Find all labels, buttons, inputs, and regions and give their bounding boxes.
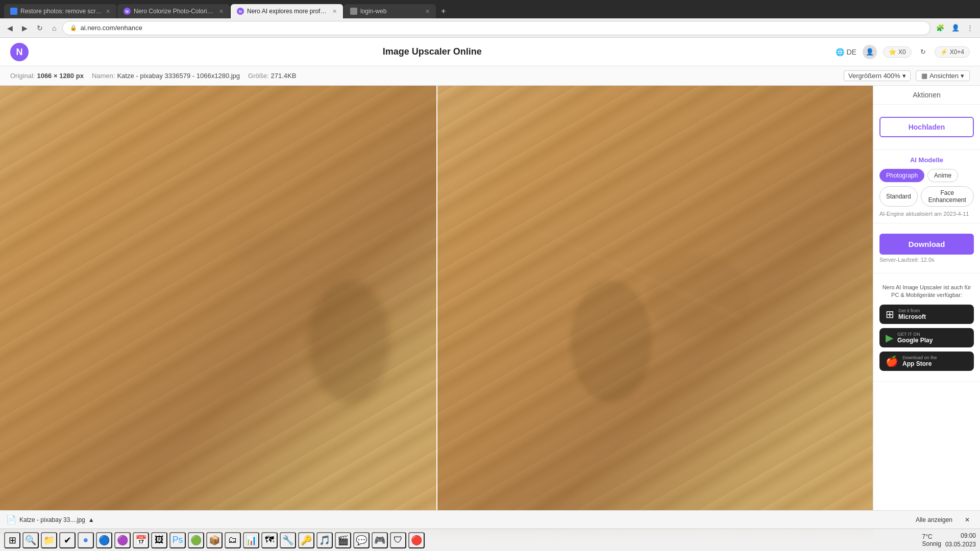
- anime-model-button[interactable]: Anime: [927, 169, 958, 182]
- microsoft-store-button[interactable]: ⊞ Get it from Microsoft: [879, 305, 974, 324]
- download-item-icon: 📄: [6, 515, 16, 524]
- svg-text:N: N: [16, 47, 23, 57]
- taskbar-right: 7°C Sonnig 09:00 03.05.2023: [922, 532, 976, 549]
- grid-icon: ▦: [921, 72, 927, 80]
- enhanced-image-svg: [436, 86, 873, 551]
- original-image-svg: [0, 86, 436, 551]
- microsoft-title: Microsoft: [898, 313, 926, 320]
- download-expand-icon: ▲: [88, 516, 94, 523]
- page-header: N Image Upscaler Online 🌐 DE 👤 ⭐ X0 ↻ ⚡ …: [0, 38, 980, 66]
- tab-4[interactable]: login-web ✕: [344, 4, 436, 18]
- taskbar-icon-13[interactable]: 🗂: [225, 532, 241, 548]
- model-buttons-row2: Standard Face Enhancement: [879, 186, 974, 207]
- taskbar-icon-21[interactable]: 🎮: [372, 532, 388, 548]
- weather-desc: Sonnig: [922, 540, 941, 547]
- checklist-button[interactable]: ✔: [59, 532, 76, 548]
- upload-button[interactable]: Hochladen: [879, 117, 974, 137]
- content-area: 😊 AI Photograph Ergebnis: 4264 × 5120 px…: [0, 86, 980, 551]
- taskbar-icon-19[interactable]: 🎬: [335, 532, 351, 548]
- zoom-select[interactable]: Vergrößern 400% ▾: [844, 70, 911, 81]
- download-bar: 📄 Katze - pixabay 33....jpg ▲ Alle anzei…: [0, 510, 980, 529]
- taskbar-icon-15[interactable]: 🗺: [261, 532, 278, 548]
- info-bar: Original: 1066 × 1280 px Namen: Katze - …: [0, 66, 980, 86]
- taskbar-icon-6[interactable]: 🔵: [96, 532, 112, 548]
- lock-icon: 🔒: [70, 24, 77, 31]
- new-tab-button[interactable]: +: [437, 6, 450, 17]
- menu-button[interactable]: ⋮: [964, 23, 976, 33]
- forward-button[interactable]: ▶: [19, 22, 31, 34]
- tab-2-close[interactable]: ✕: [219, 8, 224, 15]
- taskbar-icon-20[interactable]: 💬: [353, 532, 370, 548]
- score-badge-right: ⚡ X0+4: [935, 46, 970, 58]
- clock-time: 09:00: [945, 532, 976, 540]
- home-button[interactable]: ⌂: [49, 22, 59, 34]
- comparison-divider: [436, 86, 437, 551]
- weather-info: 7°C Sonnig: [922, 533, 941, 547]
- nav-icons: 🧩 👤 ⋮: [934, 23, 976, 33]
- star-icon: ⭐: [889, 48, 896, 56]
- taskbar-icon-11[interactable]: 🟢: [188, 532, 204, 548]
- model-buttons-row1: Photograph Anime: [879, 169, 974, 182]
- image-container: [0, 86, 873, 551]
- svg-point-6: [570, 281, 652, 403]
- photograph-model-button[interactable]: Photograph: [879, 169, 924, 182]
- tab-1-title: Restore photos: remove scratch...: [20, 8, 103, 15]
- tab-2[interactable]: N Nero Colorize Photo-Colorize Yo... ✕: [117, 4, 230, 18]
- address-bar[interactable]: 🔒 ai.nero.com/enhance: [62, 21, 930, 35]
- reload-button[interactable]: ↻: [34, 22, 46, 34]
- server-runtime: Server-Laufzeit: 12.0s: [879, 257, 974, 263]
- tab-1-close[interactable]: ✕: [106, 8, 110, 15]
- app-store-title: App Store: [902, 360, 937, 367]
- nero-ai-logo-icon: N: [10, 43, 29, 61]
- ps-button[interactable]: Ps: [169, 532, 186, 548]
- tab-4-close[interactable]: ✕: [425, 8, 430, 15]
- browser-chrome: Restore photos: remove scratch... ✕ N Ne…: [0, 0, 980, 38]
- tab-2-favicon: N: [124, 8, 131, 15]
- tab-1[interactable]: Restore photos: remove scratch... ✕: [4, 4, 116, 18]
- score-left-value: X0: [898, 48, 906, 56]
- app-promo-text: Nero AI Image Upscaler ist auch für PC &…: [879, 284, 974, 299]
- taskbar-icon-7[interactable]: 🟣: [114, 532, 131, 548]
- tab-3-close[interactable]: ✕: [332, 8, 337, 15]
- start-button[interactable]: ⊞: [4, 532, 20, 548]
- microsoft-store-text: Get it from Microsoft: [898, 308, 926, 320]
- tab-3[interactable]: N Nero AI explores more professi... ✕: [231, 4, 343, 18]
- taskbar-icon-16[interactable]: 🔧: [280, 532, 296, 548]
- profile-button[interactable]: 👤: [949, 23, 962, 33]
- taskbar-icon-23[interactable]: 🔴: [408, 532, 425, 548]
- taskbar-icon-12[interactable]: 📦: [206, 532, 223, 548]
- chrome-button[interactable]: ●: [78, 532, 94, 548]
- app-promo-section: Nero AI Image Upscaler ist auch für PC &…: [873, 273, 980, 382]
- app-store-button[interactable]: 🍎 Download on the App Store: [879, 352, 974, 371]
- taskbar-icon-14[interactable]: 📊: [243, 532, 259, 548]
- refresh-icon-button[interactable]: ↻: [918, 47, 928, 57]
- nav-bar: ◀ ▶ ↻ ⌂ 🔒 ai.nero.com/enhance 🧩 👤 ⋮: [0, 18, 980, 38]
- search-button[interactable]: 🔍: [22, 532, 39, 548]
- face-enhancement-model-button[interactable]: Face Enhancement: [921, 186, 974, 207]
- photos-button[interactable]: 🖼: [151, 532, 167, 548]
- standard-model-button[interactable]: Standard: [879, 186, 918, 207]
- app-store-subtitle: Download on the: [902, 355, 937, 360]
- view-label: Ansichten: [929, 72, 959, 80]
- sidebar: Aktionen Hochladen AI Modelle Photograph…: [873, 86, 980, 551]
- aktionen-header: Aktionen: [873, 86, 980, 105]
- close-download-bar-button[interactable]: ✕: [961, 514, 974, 525]
- extensions-button[interactable]: 🧩: [934, 23, 947, 33]
- google-play-button[interactable]: ▶ GET IT ON Google Play: [879, 328, 974, 347]
- language-button[interactable]: 🌐 DE: [836, 48, 856, 56]
- alle-anzeigen-button[interactable]: Alle anzeigen: [912, 514, 957, 525]
- name-info: Namen: Katze - pixabay 3336579 - 1066x12…: [92, 72, 240, 80]
- google-play-text: GET IT ON Google Play: [897, 332, 933, 344]
- back-button[interactable]: ◀: [4, 22, 16, 34]
- svg-point-7: [647, 254, 749, 336]
- taskbar-icon-18[interactable]: 🎵: [316, 532, 333, 548]
- calendar-button[interactable]: 📅: [133, 532, 149, 548]
- view-button[interactable]: ▦ Ansichten ▾: [916, 70, 970, 81]
- original-label: Original: 1066 × 1280 px: [10, 72, 84, 80]
- file-explorer-button[interactable]: 📁: [41, 532, 57, 548]
- download-button[interactable]: Download: [879, 234, 974, 255]
- svg-point-3: [308, 281, 390, 403]
- taskbar-icon-17[interactable]: 🔑: [298, 532, 314, 548]
- taskbar-icon-22[interactable]: 🛡: [390, 532, 406, 548]
- user-icon-button[interactable]: 👤: [863, 45, 877, 59]
